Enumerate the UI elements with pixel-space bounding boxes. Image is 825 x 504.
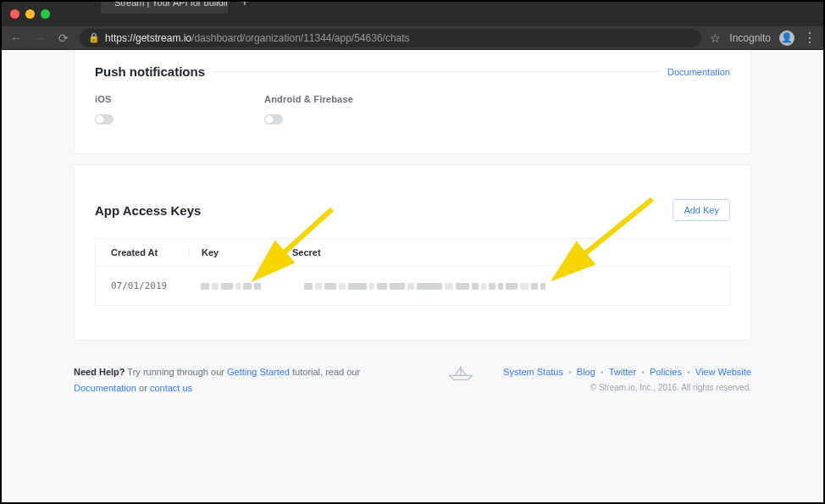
table-row: 07/01/2019	[95, 266, 730, 306]
browser-tab[interactable]: Stream | Your API for building ×	[101, 0, 228, 14]
footer-links: System Status•Blog•Twitter•Policies•View…	[503, 364, 751, 380]
minimize-window-icon[interactable]	[25, 9, 35, 19]
address-bar[interactable]: 🔒 https://getstream.io/dashboard/organiz…	[80, 29, 701, 47]
close-window-icon[interactable]	[10, 9, 19, 19]
footer: Need Help? Try running through our Getti…	[74, 341, 751, 396]
new-tab-button[interactable]: +	[236, 0, 253, 10]
access-keys-title: App Access Keys	[95, 203, 201, 218]
stream-boat-icon	[446, 364, 475, 381]
push-section-title: Push notifications	[95, 64, 205, 79]
add-key-button[interactable]: Add Key	[673, 199, 730, 221]
push-card: Push notifications Documentation iOS And…	[74, 50, 751, 154]
incognito-icon[interactable]: 👤	[779, 30, 795, 46]
forward-button[interactable]: →	[32, 31, 47, 45]
bookmark-star-icon[interactable]: ☆	[710, 31, 721, 45]
browser-toolbar: ← → ⟳ 🔒 https://getstream.io/dashboard/o…	[2, 26, 823, 50]
cell-secret-obscured	[304, 283, 714, 290]
ios-toggle[interactable]	[95, 114, 114, 125]
col-secret: Secret	[292, 247, 715, 258]
need-help-label: Need Help?	[74, 367, 125, 377]
contact-us-link[interactable]: contact us	[150, 383, 192, 393]
footer-help: Need Help? Try running through our Getti…	[74, 364, 418, 396]
documentation-link[interactable]: Documentation	[74, 383, 136, 393]
getting-started-link[interactable]: Getting Started	[227, 367, 290, 377]
system-status-link[interactable]: System Status	[503, 367, 563, 377]
back-button[interactable]: ←	[8, 31, 24, 45]
close-tab-icon[interactable]: ×	[215, 0, 221, 8]
incognito-label: Incognito	[729, 32, 771, 44]
policies-link[interactable]: Policies	[650, 367, 682, 377]
copyright: © Stream.io, Inc., 2016. All rights rese…	[503, 380, 751, 395]
view-website-link[interactable]: View Website	[695, 367, 751, 377]
col-created-at: Created At	[111, 247, 201, 258]
push-documentation-link[interactable]: Documentation	[667, 67, 730, 77]
divider	[213, 71, 659, 72]
android-toggle[interactable]	[264, 114, 283, 125]
access-keys-card: App Access Keys Add Key Created At Key S…	[74, 164, 751, 341]
browser-menu-icon[interactable]: ⋮	[803, 30, 817, 46]
access-keys-table: Created At Key Secret 07/01/2019	[95, 238, 730, 306]
zoom-window-icon[interactable]	[41, 9, 50, 19]
tab-title: Stream | Your API for building	[114, 0, 228, 8]
reload-button[interactable]: ⟳	[56, 31, 71, 45]
table-header: Created At Key Secret	[95, 238, 730, 266]
cell-key-obscured	[201, 283, 304, 290]
traffic-lights	[10, 9, 50, 19]
cell-created-at: 07/01/2019	[111, 280, 201, 291]
blog-link[interactable]: Blog	[577, 367, 595, 377]
android-label: Android & Firebase	[264, 94, 434, 104]
col-key: Key	[189, 247, 292, 258]
ios-label: iOS	[95, 94, 264, 104]
url-text: https://getstream.io/dashboard/organizat…	[105, 32, 410, 44]
window-titlebar: Stream | Your API for building × +	[2, 2, 823, 25]
twitter-link[interactable]: Twitter	[609, 367, 636, 377]
lock-icon: 🔒	[88, 32, 100, 43]
page-viewport: Push notifications Documentation iOS And…	[2, 50, 823, 503]
